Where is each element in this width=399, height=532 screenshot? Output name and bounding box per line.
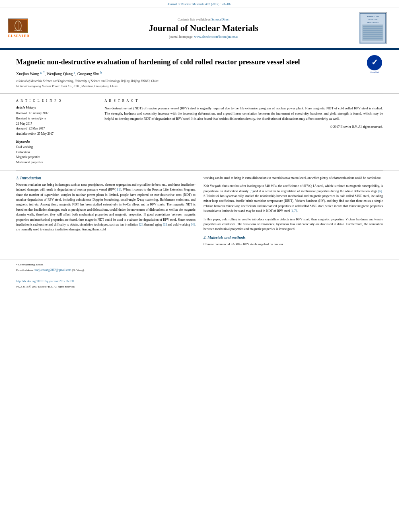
revised-row: Received in revised form bbox=[16, 116, 97, 121]
article-info-column: A R T I C L E I N F O Article history: R… bbox=[16, 99, 97, 165]
introduction-heading: 1. Introduction bbox=[16, 176, 195, 180]
journal-homepage: journal homepage: www.elsevier.com/locat… bbox=[48, 35, 359, 39]
materials-heading: 2. Materials and methods bbox=[204, 235, 383, 240]
ref-2: [2] bbox=[139, 223, 142, 226]
svg-text:JOURNAL OF: JOURNAL OF bbox=[367, 16, 379, 18]
ref-47: [4,7] bbox=[291, 209, 297, 213]
homepage-url[interactable]: www.elsevier.com/locate/jnucmat bbox=[194, 35, 238, 39]
keywords-label: Keywords: bbox=[16, 140, 97, 144]
elsevier-logo-area: ELSEVIER ELSEVIER bbox=[8, 18, 48, 38]
journal-reference: Journal of Nuclear Materials 492 (2017) … bbox=[167, 2, 231, 6]
intro-paragraph-4: In this paper, cold rolling is used to i… bbox=[204, 217, 383, 232]
footer-note: * Corresponding author. E-mail address: … bbox=[16, 263, 383, 289]
ref-4: [4] bbox=[191, 223, 195, 226]
affiliations: a School of Materials Science and Engine… bbox=[16, 79, 367, 89]
received-date: 17 January 2017 bbox=[29, 111, 49, 116]
blank-line bbox=[16, 274, 383, 278]
body-left-col: 1. Introduction Neutron irradiation can … bbox=[16, 176, 195, 250]
accepted-date: 22 May 2017 bbox=[29, 126, 45, 131]
revised-date: 21 May 2017 bbox=[16, 121, 32, 127]
doi-line: http://dx.doi.org/10.1016/j.jnucmat.2017… bbox=[16, 279, 383, 284]
ref-1: [1] bbox=[117, 188, 121, 191]
email-link[interactable]: xuejiaowang2012@gmail.com bbox=[35, 268, 72, 272]
journal-title: Journal of Nuclear Materials bbox=[48, 23, 359, 33]
issn-line: 0022-3115/© 2017 Elsevier B.V. All right… bbox=[16, 285, 383, 289]
keyword-1: Cold working bbox=[16, 145, 97, 150]
copyright: © 2017 Elsevier B.V. All rights reserved… bbox=[105, 125, 383, 129]
crossmark-label: CrossMark bbox=[367, 71, 383, 73]
abstract-text: Non-destructive test (NDT) of reactor pr… bbox=[105, 106, 383, 122]
intro-paragraph-1: Neutron irradiation can bring in damages… bbox=[16, 183, 195, 232]
elsevier-logo: ELSEVIER bbox=[8, 18, 48, 33]
abstract-column: A B S T R A C T Non-destructive test (ND… bbox=[105, 99, 383, 165]
materials-text: Chinese commercial SA508-3 RPV steels su… bbox=[204, 242, 383, 247]
keywords-list: Cold working Dislocation Magnetic proper… bbox=[16, 145, 97, 165]
authors: Xuejiao Wang a, *, Wenjiang Qiang a, Guo… bbox=[16, 71, 367, 76]
elsevier-logo-image: ELSEVIER bbox=[8, 18, 28, 33]
article-info-abstract: A R T I C L E I N F O Article history: R… bbox=[0, 94, 399, 170]
svg-text:✓: ✓ bbox=[371, 58, 378, 67]
article-info-label: A R T I C L E I N F O bbox=[16, 99, 97, 103]
body-two-columns: 1. Introduction Neutron irradiation can … bbox=[16, 176, 383, 250]
keyword-4: Mechanical properties bbox=[16, 160, 97, 165]
available-row: Available online 25 May 2017 bbox=[16, 131, 97, 137]
available-date: 25 May 2017 bbox=[37, 131, 53, 137]
journal-reference-bar: Journal of Nuclear Materials 492 (2017) … bbox=[0, 0, 399, 8]
crossmark-icon: ✓ bbox=[367, 55, 382, 70]
svg-text:ELSEVIER: ELSEVIER bbox=[14, 29, 22, 31]
doi-link[interactable]: http://dx.doi.org/10.1016/j.jnucmat.2017… bbox=[16, 279, 74, 283]
revised-date-row: 21 May 2017 bbox=[16, 121, 97, 127]
ref-3: [3] bbox=[163, 223, 167, 226]
crossmark-logo: ✓ CrossMark bbox=[367, 55, 383, 71]
article-header: Magnetic non-destructive evaluation of h… bbox=[0, 50, 399, 94]
intro-paragraph-2: working can be used to bring in extra di… bbox=[204, 176, 383, 181]
email-line: E-mail address: xuejiaowang2012@gmail.co… bbox=[16, 268, 383, 273]
article-history: Received 17 January 2017 Received in rev… bbox=[16, 111, 97, 137]
accepted-label: Accepted bbox=[16, 126, 27, 131]
svg-text:NUCLEAR: NUCLEAR bbox=[368, 18, 378, 21]
affiliation-b: b China Guangdong Nuclear Power Plant Co… bbox=[16, 84, 367, 88]
keyword-2: Dislocation bbox=[16, 150, 97, 155]
sciencedirect-link[interactable]: ScienceDirect bbox=[212, 18, 230, 21]
body-content: 1. Introduction Neutron irradiation can … bbox=[0, 171, 399, 255]
intro-paragraph-3: Koh Yaegashi finds out that after loadin… bbox=[204, 184, 383, 214]
journal-cover-image: JOURNAL OF NUCLEAR MATERIALS bbox=[359, 12, 387, 44]
journal-title-area: Contents lists available at ScienceDirec… bbox=[48, 18, 359, 39]
ref-6: [6] bbox=[378, 189, 382, 193]
body-right-col: working can be used to bring in extra di… bbox=[204, 176, 383, 250]
ref-5: [5] bbox=[249, 189, 253, 193]
corresponding-note: * Corresponding author. bbox=[16, 263, 383, 267]
revised-label: Received in revised form bbox=[16, 116, 46, 121]
received-label: Received bbox=[16, 111, 27, 116]
received-row: Received 17 January 2017 bbox=[16, 111, 97, 116]
email-label: E-mail address: bbox=[16, 269, 34, 272]
keyword-3: Magnetic properties bbox=[16, 155, 97, 160]
journal-thumbnail: JOURNAL OF NUCLEAR MATERIALS bbox=[359, 12, 391, 44]
journal-header: ELSEVIER ELSEVIER Contents lists availab… bbox=[0, 8, 399, 49]
article-title: Magnetic non-destructive evaluation of h… bbox=[16, 57, 306, 67]
svg-text:MATERIALS: MATERIALS bbox=[367, 21, 378, 23]
abstract-label: A B S T R A C T bbox=[105, 99, 383, 103]
email-person: (X. Wang). bbox=[72, 269, 84, 272]
contents-line: Contents lists available at ScienceDirec… bbox=[48, 18, 359, 21]
elsevier-wordmark: ELSEVIER bbox=[8, 34, 48, 38]
available-label: Available online bbox=[16, 131, 36, 137]
article-history-label: Article history: bbox=[16, 106, 97, 109]
accepted-row: Accepted 22 May 2017 bbox=[16, 126, 97, 131]
footer: * Corresponding author. E-mail address: … bbox=[0, 259, 399, 292]
affiliation-a: a School of Materials Science and Engine… bbox=[16, 79, 367, 83]
